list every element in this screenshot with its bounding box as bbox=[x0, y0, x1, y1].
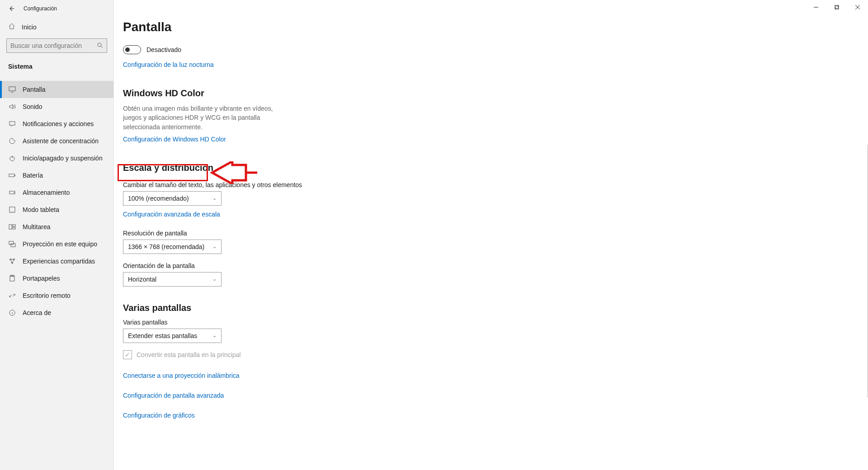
sidebar-item-tablet[interactable]: Modo tableta bbox=[0, 201, 113, 218]
svg-rect-11 bbox=[13, 225, 15, 226]
page-title: Pantalla bbox=[123, 20, 868, 34]
graphics-settings-link[interactable]: Configuración de gráficos bbox=[123, 412, 868, 419]
display-icon bbox=[8, 85, 16, 94]
sidebar-item-label: Pantalla bbox=[23, 86, 46, 93]
make-main-checkbox-row: ✓ Convertir esta pantalla en la principa… bbox=[123, 350, 868, 359]
sidebar-item-clipboard[interactable]: Portapapeles bbox=[0, 270, 113, 287]
scale-heading: Escala y distribución bbox=[123, 163, 868, 173]
chevron-down-icon: ⌄ bbox=[212, 244, 217, 249]
nightlight-toggle-row: Desactivado bbox=[123, 45, 868, 54]
sidebar-item-label: Proyección en este equipo bbox=[23, 240, 97, 248]
sidebar-item-label: Almacenamiento bbox=[23, 189, 70, 196]
svg-rect-4 bbox=[9, 174, 14, 177]
shared-icon bbox=[8, 257, 16, 265]
multidisplay-dropdown[interactable]: Extender estas pantallas ⌄ bbox=[123, 329, 222, 343]
svg-rect-5 bbox=[14, 175, 15, 176]
sidebar-item-label: Sonido bbox=[23, 103, 42, 110]
about-icon bbox=[8, 309, 16, 317]
chevron-down-icon: ⌄ bbox=[212, 195, 217, 201]
app-title: Configuración bbox=[24, 5, 57, 12]
search-field[interactable] bbox=[10, 42, 97, 49]
svg-point-7 bbox=[14, 192, 14, 193]
multidisplay-value: Extender estas pantallas bbox=[128, 332, 197, 339]
svg-rect-14 bbox=[11, 244, 15, 247]
nightlight-toggle[interactable] bbox=[123, 45, 141, 54]
sidebar-item-label: Asistente de concentración bbox=[23, 137, 99, 145]
advanced-display-link[interactable]: Configuración de pantalla avanzada bbox=[123, 392, 868, 399]
sidebar-item-display[interactable]: Pantalla bbox=[0, 81, 113, 98]
multidisplay-section: Varias pantallas Varias pantallas Extend… bbox=[123, 303, 868, 423]
svg-point-0 bbox=[98, 43, 101, 47]
sidebar: Configuración Inicio Sistema Pantalla So… bbox=[0, 0, 114, 470]
sidebar-item-sound[interactable]: Sonido bbox=[0, 98, 113, 115]
close-button[interactable] bbox=[847, 0, 868, 14]
search-input[interactable] bbox=[6, 38, 107, 53]
orientation-value: Horizontal bbox=[128, 276, 156, 283]
sidebar-item-storage[interactable]: Almacenamiento bbox=[0, 184, 113, 201]
hdcolor-heading: Windows HD Color bbox=[123, 88, 868, 99]
sidebar-item-battery[interactable]: Batería bbox=[0, 167, 113, 184]
nightlight-settings-link[interactable]: Configuración de la luz nocturna bbox=[123, 61, 214, 68]
sidebar-item-shared[interactable]: Experiencias compartidas bbox=[0, 253, 113, 270]
hdcolor-section: Windows HD Color Obtén una imagen más br… bbox=[123, 88, 868, 146]
main-content: Pantalla Desactivado Configuración de la… bbox=[114, 0, 868, 470]
sidebar-item-label: Notificaciones y acciones bbox=[23, 120, 94, 127]
sidebar-item-label: Multitarea bbox=[23, 223, 50, 230]
sidebar-nav: Pantalla Sonido Notificaciones y accione… bbox=[0, 81, 113, 321]
sidebar-item-about[interactable]: Acerca de bbox=[0, 304, 113, 321]
sidebar-item-notifications[interactable]: Notificaciones y acciones bbox=[0, 115, 113, 132]
clipboard-icon bbox=[8, 274, 16, 282]
notifications-icon bbox=[8, 120, 16, 128]
sidebar-item-power[interactable]: Inicio/apagado y suspensión bbox=[0, 150, 113, 167]
hdcolor-link[interactable]: Configuración de Windows HD Color bbox=[123, 136, 226, 143]
sidebar-item-label: Inicio/apagado y suspensión bbox=[23, 155, 103, 162]
sidebar-item-focus[interactable]: Asistente de concentración bbox=[0, 132, 113, 150]
resolution-dropdown[interactable]: 1366 × 768 (recomendada) ⌄ bbox=[123, 240, 222, 254]
focus-icon bbox=[8, 137, 16, 145]
content-scroll[interactable]: Pantalla Desactivado Configuración de la… bbox=[114, 0, 868, 470]
minimize-button[interactable] bbox=[806, 0, 826, 14]
multidisplay-heading: Varias pantallas bbox=[123, 303, 868, 313]
sidebar-item-label: Acerca de bbox=[23, 309, 51, 316]
maximize-button[interactable] bbox=[826, 0, 847, 14]
home-button[interactable]: Inicio bbox=[0, 18, 113, 36]
resolution-value: 1366 × 768 (recomendada) bbox=[128, 243, 204, 250]
svg-point-9 bbox=[12, 211, 13, 212]
text-size-dropdown[interactable]: 100% (recomendado) ⌄ bbox=[123, 191, 222, 206]
make-main-label: Convertir esta pantalla en la principal bbox=[137, 351, 241, 358]
scale-section: Escala y distribución Cambiar el tamaño … bbox=[123, 163, 868, 287]
sidebar-item-project[interactable]: Proyección en este equipo bbox=[0, 235, 113, 253]
sidebar-section-label: Sistema bbox=[0, 60, 113, 76]
multidisplay-label: Varias pantallas bbox=[123, 319, 868, 326]
chevron-down-icon: ⌄ bbox=[212, 276, 217, 282]
svg-rect-13 bbox=[9, 241, 14, 244]
wireless-projection-link[interactable]: Conectarse a una proyección inalámbrica bbox=[123, 372, 868, 379]
back-icon[interactable] bbox=[8, 5, 14, 12]
storage-icon bbox=[8, 188, 16, 197]
orientation-label: Orientación de la pantalla bbox=[123, 262, 868, 269]
window-controls bbox=[806, 0, 868, 14]
sidebar-item-multitask[interactable]: Multitarea bbox=[0, 218, 113, 235]
footer-links: Conectarse a una proyección inalámbrica … bbox=[123, 372, 868, 423]
svg-rect-2 bbox=[9, 122, 15, 125]
sound-icon bbox=[8, 103, 16, 111]
sidebar-item-label: Modo tableta bbox=[23, 206, 59, 213]
resolution-label: Resolución de pantalla bbox=[123, 230, 868, 237]
sidebar-item-label: Experiencias compartidas bbox=[23, 258, 95, 265]
sidebar-header: Configuración bbox=[0, 3, 113, 18]
svg-rect-22 bbox=[835, 6, 839, 9]
tablet-icon bbox=[8, 206, 16, 214]
sidebar-item-label: Escritorio remoto bbox=[23, 292, 71, 299]
orientation-dropdown[interactable]: Horizontal ⌄ bbox=[123, 272, 222, 287]
sidebar-item-remote[interactable]: Escritorio remoto bbox=[0, 287, 113, 304]
remote-icon bbox=[8, 291, 16, 300]
project-icon bbox=[8, 240, 16, 248]
advanced-scale-link[interactable]: Configuración avanzada de escala bbox=[123, 211, 220, 218]
power-icon bbox=[8, 154, 16, 162]
chevron-down-icon: ⌄ bbox=[212, 333, 217, 338]
hdcolor-desc: Obtén una imagen más brillante y vibrant… bbox=[123, 104, 286, 132]
svg-rect-21 bbox=[835, 5, 838, 9]
battery-icon bbox=[8, 171, 16, 179]
nightlight-toggle-label: Desactivado bbox=[146, 46, 181, 53]
text-size-value: 100% (recomendado) bbox=[128, 195, 189, 202]
